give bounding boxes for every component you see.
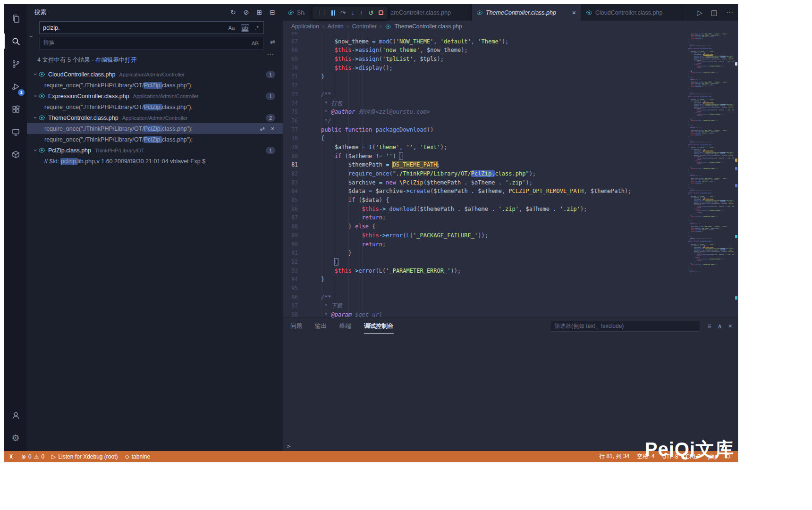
code-line[interactable]: 76 */ bbox=[283, 117, 681, 125]
account-icon[interactable] bbox=[4, 404, 27, 426]
code-line[interactable]: 98 * @param $get_url bbox=[283, 310, 681, 318]
code-line[interactable]: 73 /** bbox=[283, 90, 681, 99]
panel-tab[interactable]: 问题 bbox=[290, 318, 302, 334]
panel-tab[interactable]: 调试控制台 bbox=[364, 318, 394, 334]
match-case-toggle[interactable]: Aa bbox=[227, 24, 236, 32]
remote-explorer-icon[interactable] bbox=[4, 120, 27, 143]
code-line[interactable]: 84 $data = $archive->create($themePath .… bbox=[283, 187, 681, 196]
code-line[interactable]: 77 public function packageDownload() bbox=[283, 125, 681, 134]
code-line[interactable]: 70 $this->display(); bbox=[283, 64, 681, 73]
code-line[interactable]: 82 require_once("./ThinkPHP/Library/OT/P… bbox=[283, 169, 681, 178]
code-line[interactable]: 75 * @author 郑钟良<zzl@ourstu.com> bbox=[283, 108, 681, 117]
search-match-row[interactable]: // $Id: pclzip.lib.php,v 1.60 2009/09/30… bbox=[27, 156, 283, 167]
clear-results-icon[interactable]: ⊘ bbox=[244, 8, 249, 16]
editor-tab[interactable]: Share bbox=[283, 4, 310, 21]
code-line[interactable]: 91 } bbox=[283, 249, 681, 258]
search-match-row[interactable]: require_once("./ThinkPHP/Library/OT/PclZ… bbox=[27, 123, 283, 134]
explorer-icon[interactable] bbox=[4, 7, 27, 30]
code-line[interactable]: 95 bbox=[283, 284, 681, 293]
search-icon[interactable] bbox=[4, 30, 27, 52]
breadcrumb-item[interactable]: Admin bbox=[328, 23, 344, 30]
code-editor[interactable]: 6667 $now_theme = modC('NOW_THEME', 'def… bbox=[283, 32, 738, 318]
source-control-icon[interactable] bbox=[4, 52, 27, 75]
code-line[interactable]: 66 bbox=[283, 32, 681, 37]
code-line[interactable]: 92 } bbox=[283, 258, 681, 267]
package-explorer-icon[interactable] bbox=[4, 143, 27, 166]
chevron-down-icon[interactable]: › bbox=[32, 115, 39, 121]
chevron-down-icon[interactable]: › bbox=[32, 72, 39, 77]
search-match-row[interactable]: require_once("./ThinkPHP/Library/OT/PclZ… bbox=[27, 134, 283, 145]
panel-filter-input[interactable]: 筛选器(例如 text、!exclude) bbox=[550, 321, 700, 332]
code-line[interactable]: 69 $this->assign('tplList', $tpls); bbox=[283, 55, 681, 64]
replace-input[interactable]: 替换 AB bbox=[39, 37, 264, 50]
minimap[interactable]: $now_theme = modC('NOW_THEME', 'default'… bbox=[685, 32, 734, 318]
code-line[interactable]: 89 $this->error(L('_PACKAGE_FAILURE_')); bbox=[283, 231, 681, 240]
breadcrumb-item[interactable]: Controller bbox=[352, 23, 377, 30]
console-prompt[interactable]: > bbox=[287, 443, 291, 450]
breadcrumb-item[interactable]: ThemeController.class.php bbox=[395, 23, 462, 30]
code-line[interactable]: 96 /** bbox=[283, 293, 681, 302]
more-actions-icon[interactable]: ⋯ bbox=[726, 8, 733, 17]
filter-icon[interactable]: ≡ bbox=[707, 322, 711, 330]
panel-tab[interactable]: 输出 bbox=[315, 318, 327, 334]
collapse-panel-icon[interactable]: ∧ bbox=[718, 322, 722, 330]
close-icon[interactable]: × bbox=[572, 9, 576, 17]
status-right-item[interactable]: 行 81, 列 34 bbox=[599, 452, 629, 460]
code-line[interactable]: 83 $archive = new \PclZip($themePath . $… bbox=[283, 178, 681, 187]
step-out-icon[interactable]: ↑ bbox=[360, 9, 363, 16]
code-line[interactable]: 97 * 下载 bbox=[283, 301, 681, 310]
pause-icon[interactable] bbox=[331, 10, 335, 16]
code-line[interactable]: 81 $themePath = DS_THEME_PATH; bbox=[283, 160, 681, 169]
code-line[interactable]: 86 $this->_download($themePath . $aTheme… bbox=[283, 205, 681, 214]
extensions-icon[interactable] bbox=[4, 98, 27, 120]
editor-tab[interactable]: areController.class.php bbox=[386, 4, 472, 21]
search-input[interactable]: pclzip. Aaab.* bbox=[39, 21, 264, 34]
split-icon[interactable]: ◫ bbox=[711, 8, 718, 17]
code-line[interactable]: 71 } bbox=[283, 72, 681, 81]
tabnine-indicator[interactable]: ◇tabnine bbox=[125, 453, 151, 460]
whole-word-toggle[interactable]: ab bbox=[241, 24, 250, 32]
preserve-case-toggle[interactable]: AB bbox=[250, 40, 260, 47]
regex-toggle[interactable]: .* bbox=[254, 24, 260, 32]
code-line[interactable]: 78 { bbox=[283, 134, 681, 143]
code-line[interactable]: 94 } bbox=[283, 275, 681, 284]
code-line[interactable]: 68 $this->assign('now_theme', $now_theme… bbox=[283, 46, 681, 55]
replace-all-icon[interactable]: ⇄ bbox=[270, 38, 275, 45]
toggle-replace-icon[interactable]: › bbox=[28, 35, 35, 38]
stop-icon[interactable] bbox=[379, 10, 383, 15]
remote-indicator[interactable] bbox=[8, 453, 14, 460]
replace-match-icon[interactable]: ⇄ bbox=[260, 125, 265, 132]
file-result-row[interactable]: ›CloudController.class.phpApplication/Ad… bbox=[27, 69, 283, 80]
code-line[interactable]: 88 } else { bbox=[283, 222, 681, 231]
dismiss-icon[interactable]: × bbox=[271, 125, 274, 132]
file-result-row[interactable]: ›ThemeController.class.phpApplication/Ad… bbox=[27, 112, 283, 123]
file-result-row[interactable]: ›ExpressionController.class.phpApplicati… bbox=[27, 91, 283, 101]
code-line[interactable]: 90 return; bbox=[283, 240, 681, 249]
refresh-icon[interactable]: ↻ bbox=[230, 8, 236, 16]
chevron-down-icon[interactable]: › bbox=[32, 148, 39, 153]
search-match-row[interactable]: require_once("./ThinkPHP/Library/OT/PclZ… bbox=[27, 80, 283, 91]
close-panel-icon[interactable]: × bbox=[728, 322, 732, 330]
collapse-all-icon[interactable]: ⊟ bbox=[270, 8, 275, 16]
open-in-editor-link[interactable]: 在编辑器中打开 bbox=[95, 57, 137, 63]
settings-icon[interactable]: ⚙ bbox=[4, 426, 27, 449]
problems-indicator[interactable]: ⊗0⚠0 bbox=[21, 453, 44, 460]
editor-tab[interactable]: ThemeController.class.php× bbox=[472, 4, 581, 21]
code-line[interactable]: 87 return; bbox=[283, 213, 681, 222]
restart-icon[interactable]: ↺ bbox=[368, 9, 374, 16]
step-into-icon[interactable]: ↓ bbox=[351, 9, 355, 16]
file-result-row[interactable]: ›PclZip.class.phpThinkPHP/Library/OT1 bbox=[27, 145, 283, 156]
new-search-editor-icon[interactable]: ⊞ bbox=[257, 8, 262, 16]
run-icon[interactable]: ▷ bbox=[697, 8, 702, 17]
debug-console[interactable]: > bbox=[283, 334, 738, 451]
search-match-row[interactable]: require_once("./ThinkPHP/Library/OT/PclZ… bbox=[27, 101, 283, 112]
code-line[interactable]: 79 $aTheme = I('theme', '', 'text'); bbox=[283, 143, 681, 152]
code-line[interactable]: 72 bbox=[283, 81, 681, 90]
code-line[interactable]: 67 $now_theme = modC('NOW_THEME', 'defau… bbox=[283, 37, 681, 46]
chevron-down-icon[interactable]: › bbox=[32, 93, 39, 99]
breadcrumb-item[interactable]: Application bbox=[291, 23, 319, 30]
step-over-icon[interactable]: ↷ bbox=[340, 9, 346, 16]
drag-handle-icon[interactable]: ⋮⋮ bbox=[317, 9, 326, 16]
editor-tab[interactable]: CloudController.class.php bbox=[581, 4, 683, 21]
code-line[interactable]: 93 $this->error(L('_PARAMETER_ERROR_')); bbox=[283, 267, 681, 276]
